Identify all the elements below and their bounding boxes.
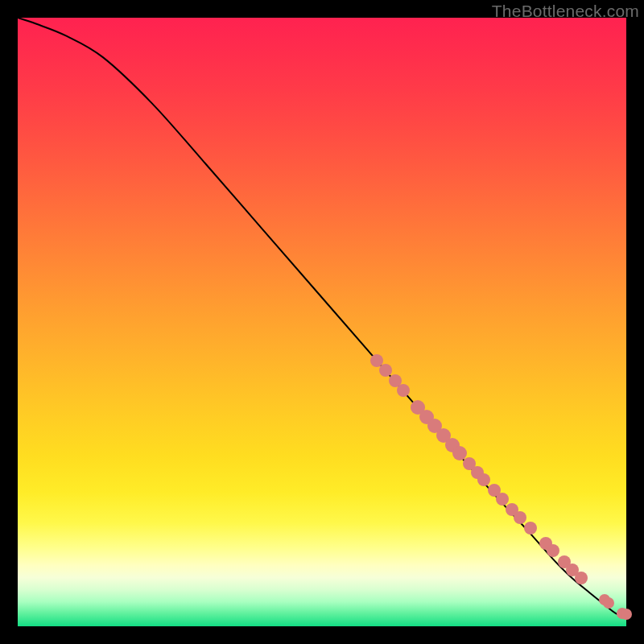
data-point [547,544,559,557]
data-point [621,609,632,620]
data-point [575,572,588,584]
data-point [397,384,410,397]
data-point [524,522,537,535]
data-point [496,493,509,506]
data-point [477,473,490,486]
data-point [603,597,614,609]
data-point [514,511,526,524]
watermark-text: TheBottleneck.com [492,2,639,21]
plot-area [18,18,626,626]
curve-svg [18,18,626,626]
chart-stage: TheBottleneck.com [0,0,644,644]
